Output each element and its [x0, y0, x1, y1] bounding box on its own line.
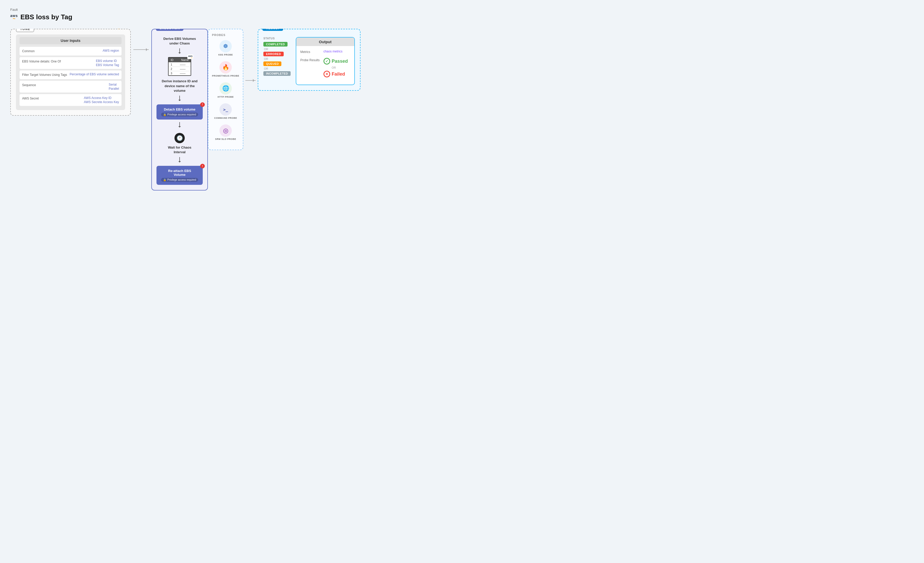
result-badge: RESULT — [262, 29, 283, 31]
detach-corner-badge — [200, 102, 205, 107]
input-label-filter: Filter Target Volumes Using Tags — [22, 72, 67, 77]
passed-check-icon: ✓ — [324, 58, 330, 65]
exec-detach-button[interactable]: Detach EBS volume 🔒 Privilege access req… — [156, 104, 203, 120]
clock-icon: 🕐 — [174, 133, 185, 143]
input-row-aws-secret: AWS Secret AWS Access Key ID AWS Secrete… — [20, 94, 122, 106]
probes-section: PROBES ☸ K8S PROBE 🔥 PROMETHEUS PROBE 🌐 … — [208, 29, 243, 150]
fault-label: Fault — [10, 8, 914, 12]
reattach-privilege-badge: 🔒 Privilege access required — [161, 178, 198, 182]
or-3: OR — [264, 67, 291, 70]
input-value-secret-key: AWS Secrete Access Key — [84, 100, 119, 104]
status-row-queued: QUEUED — [263, 62, 291, 66]
probe-item-command: >_ COMMAND PROBE — [212, 104, 239, 119]
tune-to-execution-arrow — [131, 50, 152, 50]
input-value-aws-region: AWS region — [103, 49, 119, 53]
probe-result-values: ✓ Passed OR ✕ Failed — [324, 58, 348, 77]
table-col-id: ID — [171, 59, 174, 62]
probes-label: PROBES — [212, 33, 239, 36]
exec-step-derive-ebs: Derive EBS Volumesunder Chaos — [162, 35, 197, 48]
or-1: OR — [264, 48, 291, 51]
probes-to-result-arrow — [243, 80, 258, 81]
prometheus-probe-icon: 🔥 — [219, 61, 232, 74]
tune-section: TUNE aws ~ User Inputs Common AWS region… — [10, 29, 131, 116]
exec-step-derive-instance: Derive instance ID anddevice name of the… — [160, 77, 198, 95]
status-badge-incompleted: INCOMPLETED — [263, 71, 291, 76]
output-title: Output — [296, 38, 354, 46]
result-section: RESULT STATUS COMPLETED OR ERRORED OR QU… — [258, 29, 360, 91]
status-row-errored: ERRORED — [263, 52, 291, 56]
exec-arrow-3 — [179, 122, 180, 127]
exec-arrow-4 — [179, 157, 180, 162]
exec-arrow-2 — [179, 96, 180, 101]
probe-item-srm: ◎ SRM SLO PROBE — [212, 125, 239, 140]
input-value-serial: Serial — [109, 83, 117, 86]
status-row-incompleted: INCOMPLETED — [263, 71, 291, 76]
exec-reattach-button[interactable]: Re-attach EBSVolume 🔒 Privilege access r… — [156, 166, 203, 185]
table-row-1: 1—— — [168, 62, 190, 67]
page-header: Fault aws ~ EBS loss by Tag — [10, 8, 914, 21]
input-value-access-key-id: AWS Access Key ID — [84, 96, 111, 100]
passed-label: Passed — [332, 59, 348, 64]
probes-result-arrow-line — [245, 80, 256, 81]
metrics-label: Metrics — [300, 50, 321, 54]
probe-item-prometheus: 🔥 PROMETHEUS PROBE — [212, 61, 239, 77]
input-row-common: Common AWS region — [20, 47, 122, 56]
status-badge-errored: ERRORED — [263, 52, 284, 56]
input-value-ebs-volume-id: EBS volume ID — [96, 59, 117, 63]
page-title: aws ~ EBS loss by Tag — [10, 13, 914, 21]
table-row-2: 2—— — [168, 67, 190, 71]
input-label-ebs-volume: EBS Volume details: One Of — [22, 59, 61, 64]
status-section-label: STATUS — [263, 37, 291, 40]
command-probe-label: COMMAND PROBE — [214, 117, 237, 119]
exec-flow: Derive EBS Volumesunder Chaos ID Name 1—… — [156, 35, 203, 185]
probe-or: OR — [332, 66, 348, 69]
arrow-line — [134, 50, 149, 50]
reattach-corner-badge — [200, 164, 205, 168]
output-content: Metrics chaos metrics Probe Results ✓ Pa… — [296, 46, 354, 84]
exec-arrow-1 — [179, 48, 180, 54]
table-row-3: 3—— — [168, 71, 190, 75]
probe-failed: ✕ Failed — [324, 71, 348, 77]
status-badge-completed: COMPLETED — [263, 42, 288, 47]
title-text: EBS loss by Tag — [20, 13, 72, 21]
input-values-ebs-volume: EBS volume ID EBS Volume Tag — [96, 59, 119, 67]
http-probe-icon: 🌐 — [219, 82, 232, 95]
table-aws-badge: aws~ — [188, 54, 193, 59]
or-2: OR — [264, 57, 291, 60]
probe-item-http: 🌐 HTTP PROBE — [212, 82, 239, 98]
probe-results-label: Probe Results — [300, 58, 321, 63]
user-inputs-title: User Inputs — [20, 37, 122, 44]
input-row-ebs-volume: EBS Volume details: One Of EBS volume ID… — [20, 57, 122, 69]
detach-button-label: Detach EBS volume — [161, 107, 198, 111]
output-row-metrics: Metrics chaos metrics — [300, 50, 350, 54]
status-row-completed: COMPLETED — [263, 42, 291, 47]
exec-table-wrapper: ID Name 1—— 2—— 3—— aws~ — [168, 57, 191, 76]
tune-aws-logo: aws ~ — [117, 29, 123, 30]
input-label-common: Common — [22, 49, 50, 54]
input-value-parallel: Parallel — [109, 87, 119, 90]
input-values-filter: Percentage of EBS volume selected — [70, 72, 119, 76]
exec-table: ID Name 1—— 2—— 3—— — [168, 57, 191, 76]
user-inputs-box: User Inputs Common AWS region EBS Volume… — [16, 35, 125, 110]
exec-step-wait: Wait for ChaosInterval — [167, 143, 192, 156]
input-values-aws-secret: AWS Access Key ID AWS Secrete Access Key — [84, 96, 119, 104]
input-row-filter: Filter Target Volumes Using Tags Percent… — [20, 71, 122, 79]
prometheus-probe-label: PROMETHEUS PROBE — [212, 75, 239, 77]
execution-section: EXECUTION Derive EBS Volumesunder Chaos … — [152, 29, 208, 191]
k8s-probe-label: K8S PROBE — [218, 54, 233, 56]
input-values-common: AWS region — [103, 49, 119, 53]
http-probe-label: HTTP PROBE — [218, 96, 234, 98]
reattach-button-label: Re-attach EBSVolume — [161, 169, 198, 177]
k8s-probe-icon: ☸ — [219, 40, 232, 53]
probe-passed: ✓ Passed — [324, 58, 348, 65]
output-row-probe-results: Probe Results ✓ Passed OR ✕ Failed — [300, 58, 350, 77]
input-values-sequence: Serial Parallel — [109, 83, 119, 90]
srm-probe-label: SRM SLO PROBE — [215, 138, 236, 140]
input-row-sequence: Sequence Serial Parallel — [20, 81, 122, 93]
input-label-aws-secret: AWS Secret — [22, 96, 50, 101]
metrics-value: chaos metrics — [324, 50, 342, 53]
probe-item-k8s: ☸ K8S PROBE — [212, 40, 239, 56]
status-badge-queued: QUEUED — [263, 62, 281, 66]
output-box: Output Metrics chaos metrics Probe Resul… — [296, 37, 355, 85]
failed-label: Failed — [332, 72, 345, 77]
